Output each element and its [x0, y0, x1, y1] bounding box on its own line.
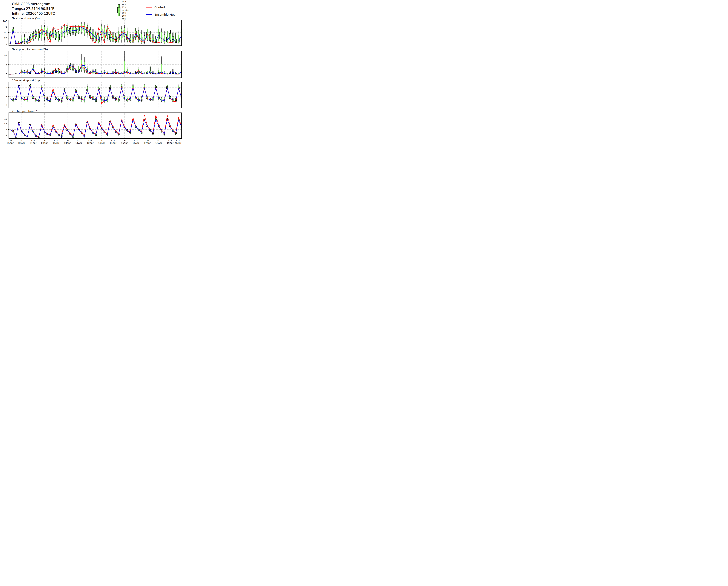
panel-title-temperature: 2m temperature (℃): [12, 110, 40, 113]
box: [118, 27, 120, 44]
box: [64, 24, 65, 38]
box: [172, 66, 174, 74]
cloud-cover-panel: 0255075100: [0, 20, 182, 46]
box: [84, 57, 85, 73]
line-legend: Control Ensemble Mean: [146, 3, 177, 18]
box: [104, 70, 105, 74]
box: [172, 30, 174, 44]
box: [109, 28, 111, 43]
x-axis-labels: 12Z05Apr12Z06Apr12Z07Apr12Z08Apr12Z09Apr…: [0, 139, 182, 146]
y-tick-label: 50: [4, 31, 7, 34]
y-tick-label: 5: [6, 63, 7, 66]
legend-label-min: min: [122, 18, 126, 20]
x-tick-label: 12Z18Apr: [155, 139, 162, 144]
x-tick-label: 12Z09Apr: [52, 139, 59, 144]
y-axis: 051015: [4, 117, 9, 136]
box: [112, 94, 114, 100]
box: [21, 35, 22, 44]
legend-label-max: max: [122, 1, 126, 3]
boxplot-legend: max 90% 75% median 25% 10% min: [116, 1, 142, 21]
y-tick-label: 100: [3, 20, 7, 23]
box: [149, 97, 151, 102]
y-tick-label: 0: [6, 104, 7, 106]
box: [169, 27, 171, 43]
box: [158, 26, 159, 43]
x-tick-label: 12Z19Apr: [167, 139, 174, 144]
box: [92, 68, 94, 74]
x-tick-label: 12Z14Apr: [109, 139, 117, 144]
box: [178, 31, 179, 44]
box: [41, 68, 42, 74]
box: [55, 68, 56, 74]
control-label: Control: [154, 6, 165, 9]
box: [149, 28, 151, 44]
legend-label-25: 25%: [122, 12, 126, 14]
legend-label-10: 10%: [122, 15, 126, 17]
legend-label-75: 75%: [122, 6, 126, 8]
box: [81, 54, 82, 72]
box: [164, 31, 165, 44]
y-tick-label: 4: [6, 86, 7, 89]
box: [138, 27, 140, 43]
box: [175, 28, 176, 44]
box: [95, 28, 97, 44]
panel-title-precipitation: Total precipitation (mm/6h): [12, 48, 48, 51]
legend-label-median: median: [122, 9, 129, 11]
y-axis: 0255075100: [3, 20, 9, 45]
box: [161, 56, 162, 74]
x-tick-label: 12Z10Apr: [64, 139, 71, 144]
y-tick-label: 5: [6, 128, 7, 131]
x-tick-label: 12Z05Apr: [6, 139, 14, 144]
box: [61, 71, 62, 74]
panel-title-wind-speed: 10m wind speed (m/s): [12, 79, 42, 82]
temperature-panel: 051015: [0, 112, 182, 139]
y-tick-label: 75: [4, 26, 7, 28]
box: [90, 94, 91, 100]
wind-speed-panel: 024: [0, 82, 182, 108]
box: [169, 95, 171, 100]
box: [47, 26, 48, 42]
boxplot-series: [9, 51, 182, 74]
box: [29, 84, 31, 88]
box: [58, 29, 59, 43]
figure-header: CMA-GEPS meteogram Trongsa 27.51°N 90.51…: [12, 2, 55, 16]
box: [47, 97, 48, 102]
box: [12, 97, 14, 102]
ensemble-mean-label: Ensemble Mean: [154, 13, 177, 16]
box: [152, 31, 154, 44]
box: [24, 34, 25, 44]
box: [24, 97, 25, 101]
box: [126, 28, 128, 43]
x-tick-label: 12Z15Apr: [121, 139, 128, 144]
x-tick-label: 12Z13Apr: [98, 139, 105, 144]
x-tick-label: 12Z20Apr: [174, 139, 182, 144]
legend-item-control: Control: [146, 3, 177, 11]
box: [115, 67, 117, 74]
x-tick-label: 12Z17Apr: [144, 139, 151, 144]
legend-item-ensemble-mean: Ensemble Mean: [146, 11, 177, 18]
x-tick-label: 12Z08Apr: [41, 139, 48, 144]
boxplot-legend-sample: max 90% 75% median 25% 10% min: [116, 1, 142, 21]
figure-title: CMA-GEPS meteogram: [12, 2, 55, 6]
y-tick-label: 0: [6, 43, 7, 45]
x-tick-label: 12Z12Apr: [86, 139, 94, 144]
box: [104, 97, 105, 103]
box: [167, 25, 168, 44]
y-tick-label: 0: [6, 134, 7, 136]
figure-inittime: Initime: 20260405 12UTC: [12, 11, 55, 16]
box: [67, 95, 68, 100]
control-line-swatch: [146, 7, 152, 7]
box: [98, 30, 100, 44]
box: [67, 64, 68, 73]
panel-title-cloud-cover: Total cloud cover (%): [12, 17, 40, 20]
box: [124, 51, 125, 74]
box: [41, 25, 42, 41]
box: [129, 31, 131, 44]
precipitation-panel: 0510: [0, 51, 182, 78]
x-tick-label: 12Z11Apr: [75, 139, 82, 144]
x-tick-label: 12Z16Apr: [132, 139, 140, 144]
box: [58, 66, 59, 74]
y-tick-label: 15: [4, 117, 7, 120]
y-tick-label: 10: [4, 123, 7, 126]
ensemble-mean-line-swatch: [146, 15, 152, 15]
